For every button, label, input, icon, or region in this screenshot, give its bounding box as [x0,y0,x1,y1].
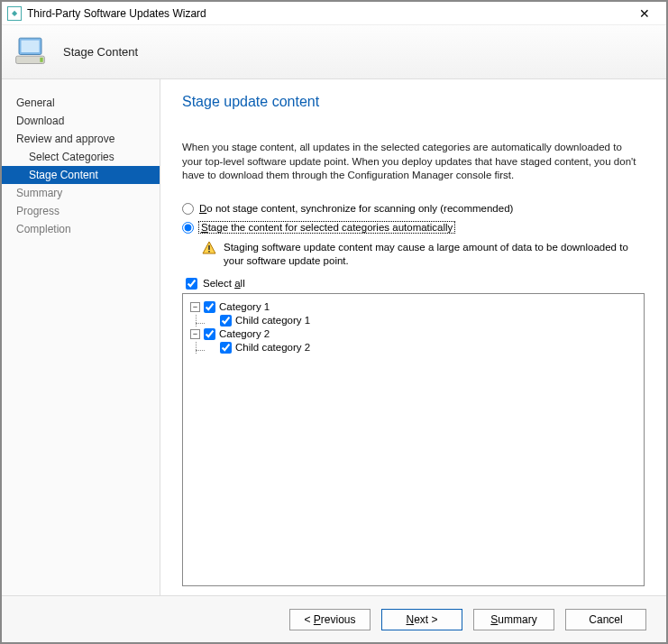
header-subtitle: Stage Content [63,45,138,59]
expander-icon[interactable]: − [190,302,200,312]
tree-node-child-category-1[interactable]: Child category 1 [206,315,640,327]
select-all-label: Select all [203,278,245,289]
svg-rect-1 [22,40,40,51]
footer: < Previous Next > Summary Cancel [2,595,666,642]
radio-stage-selected-label: Stage the content for selected categorie… [199,222,454,233]
header-band: Stage Content [2,25,666,79]
sidebar: General Download Review and approve Sele… [2,79,160,595]
computer-icon [14,36,50,69]
cancel-button[interactable]: Cancel [565,609,646,630]
svg-rect-3 [40,57,42,61]
category-tree[interactable]: − Category 1 Child category 1 [182,293,645,586]
expander-icon[interactable]: − [190,329,200,339]
warning-icon [202,241,216,255]
tree-label: Child category 2 [235,342,310,353]
select-all-row[interactable]: Select all [186,278,645,290]
tree-checkbox[interactable] [204,301,215,313]
tree-label: Category 2 [219,328,270,339]
sidebar-item-completion[interactable]: Completion [2,220,160,238]
summary-button[interactable]: Summary [473,609,554,630]
previous-button[interactable]: < Previous [289,609,371,630]
svg-rect-6 [208,251,210,253]
sidebar-item-select-categories[interactable]: Select Categories [2,148,160,166]
page-title: Stage update content [182,94,645,110]
expander-spacer [206,343,216,353]
sidebar-item-download[interactable]: Download [2,112,160,130]
tree-node-category-2[interactable]: − Category 2 [190,328,640,340]
sidebar-item-general[interactable]: General [2,94,160,112]
tree-node-child-category-2[interactable]: Child category 2 [206,342,640,354]
warning-row: Staging software update content may caus… [202,241,645,269]
tree-label: Child category 1 [235,315,310,326]
expander-spacer [206,316,216,326]
radio-stage-selected[interactable] [182,222,194,234]
sidebar-item-stage-content[interactable]: Stage Content [2,166,160,184]
intro-text: When you stage content, all updates in t… [182,141,645,183]
tree-node-category-1[interactable]: − Category 1 [190,301,640,313]
radio-do-not-stage-row[interactable]: Do not stage content, synchronize for sc… [182,203,645,215]
main-pane: Stage update content When you stage cont… [160,79,666,595]
body: General Download Review and approve Sele… [2,79,666,595]
warning-text: Staging software update content may caus… [224,241,645,269]
select-all-checkbox[interactable] [186,278,197,290]
radio-do-not-stage-label: Do not stage content, synchronize for sc… [199,203,513,214]
close-button[interactable]: ✕ [627,4,663,23]
app-icon: ◆ [7,6,22,21]
svg-rect-5 [208,245,210,250]
title-bar: ◆ Third-Party Software Updates Wizard ✕ [2,2,666,25]
next-button[interactable]: Next > [381,609,462,630]
sidebar-item-summary[interactable]: Summary [2,184,160,202]
tree-checkbox[interactable] [220,315,232,327]
tree-checkbox[interactable] [220,342,232,354]
radio-stage-selected-row[interactable]: Stage the content for selected categorie… [182,222,645,234]
window-title: Third-Party Software Updates Wizard [27,7,627,20]
sidebar-item-progress[interactable]: Progress [2,202,160,220]
sidebar-item-review[interactable]: Review and approve [2,130,160,148]
radio-do-not-stage[interactable] [182,203,194,215]
tree-label: Category 1 [219,301,270,312]
tree-checkbox[interactable] [204,328,215,340]
